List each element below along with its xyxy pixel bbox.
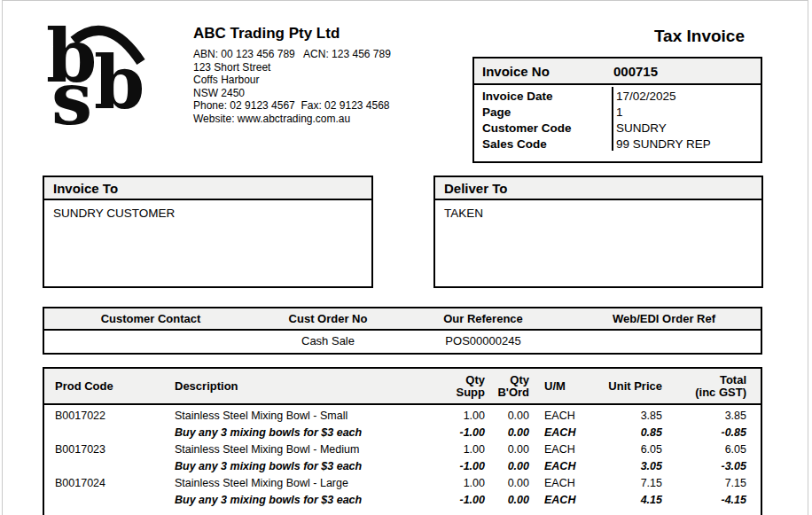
page-value: 1: [616, 105, 623, 121]
company-name: ABC Trading Pty Ltd: [193, 25, 391, 43]
total-header: Total (inc GST): [662, 369, 746, 403]
invoice-page: b b s ABC Trading Pty Ltd ABN: 00 123 45…: [0, 0, 812, 515]
deliver-to-value: TAKEN: [435, 200, 761, 226]
order-info-header-row: Customer Contact Cust Order No Our Refer…: [44, 308, 761, 331]
deliver-to-header: Deliver To: [435, 177, 761, 200]
company-city: Coffs Harbour: [193, 74, 391, 87]
item-qty-bord: 0.00: [485, 477, 529, 489]
item-um: EACH: [529, 460, 594, 472]
company-street: 123 Short Street: [193, 61, 391, 74]
company-logo: b b s: [44, 20, 177, 144]
item-unit-price: 6.05: [594, 443, 662, 456]
item-total: 7.15: [662, 477, 746, 489]
item-um: EACH: [529, 494, 594, 506]
meta-row-page: Page 1: [474, 105, 761, 121]
item-qty-bord: 0.00: [485, 426, 529, 439]
item-um: EACH: [529, 410, 594, 422]
customer-code-value: SUNDRY: [616, 121, 667, 137]
invoice-no-label: Invoice No: [474, 64, 550, 79]
customer-code-label: Customer Code: [474, 121, 572, 135]
item-code: B0017022: [44, 410, 175, 422]
um-header: U/M: [529, 369, 594, 403]
invoice-date-value: 17/02/2025: [616, 89, 676, 105]
item-qty-bord: 0.00: [485, 443, 529, 456]
cust-order-no-header: Cust Order No: [257, 312, 399, 325]
item-row-3: B0017023 Stainless Steel Mixing Bowl - M…: [44, 441, 761, 457]
item-qty-bord: 0.00: [485, 410, 529, 422]
item-row-4-promo: Buy any 3 mixing bowls for $3 each -1.00…: [44, 457, 761, 474]
sales-code-value: 99 SUNDRY REP: [616, 137, 711, 152]
invoice-meta-body: Invoice Date 17/02/2025 Page 1 Customer …: [474, 85, 761, 160]
item-unit-price: 0.85: [594, 426, 662, 439]
item-row-5: B0017024 Stainless Steel Mixing Bowl - L…: [44, 474, 761, 491]
company-info: ABC Trading Pty Ltd ABN: 00 123 456 789 …: [193, 25, 391, 125]
item-qty-supp: -1.00: [449, 426, 485, 439]
item-desc: Stainless Steel Mixing Bowl - Medium: [175, 443, 449, 456]
sales-code-label: Sales Code: [474, 137, 547, 151]
item-qty-supp: -1.00: [449, 494, 485, 506]
item-total: -0.85: [662, 426, 746, 439]
deliver-to-box: Deliver To TAKEN: [433, 176, 763, 288]
line-items-table: Prod Code Description Qty Supp Qty B'Ord…: [43, 367, 762, 515]
invoice-to-box: Invoice To SUNDRY CUSTOMER: [43, 176, 373, 288]
item-unit-price: 3.85: [594, 410, 662, 422]
line-items-header-row: Prod Code Description Qty Supp Qty B'Ord…: [44, 369, 761, 405]
customer-contact-header: Customer Contact: [44, 312, 257, 325]
qty-supp-header: Qty Supp: [449, 369, 485, 403]
item-unit-price: 3.05: [594, 460, 662, 472]
unit-price-header: Unit Price: [594, 369, 662, 403]
item-desc: Buy any 3 mixing bowls for $3 each: [175, 460, 449, 472]
item-total: 6.05: [662, 443, 746, 456]
logo-letter-s: s: [51, 56, 92, 141]
order-info-table: Customer Contact Cust Order No Our Refer…: [43, 307, 762, 355]
item-code: B0017023: [44, 443, 175, 456]
prod-code-header: Prod Code: [44, 369, 175, 403]
invoice-meta-box: Invoice No 000715 Invoice Date 17/02/202…: [472, 57, 762, 163]
invoice-no-value: 000715: [613, 64, 658, 79]
item-qty-bord: 0.00: [485, 460, 529, 472]
item-desc: Stainless Steel Mixing Bowl - Small: [175, 410, 449, 422]
item-qty-bord: 0.00: [485, 494, 529, 506]
item-total: -3.05: [662, 460, 746, 472]
company-state-zip: NSW 2450: [193, 87, 391, 100]
item-um: EACH: [529, 443, 594, 456]
invoice-no-header: Invoice No 000715: [474, 59, 761, 85]
invoice-to-value: SUNDRY CUSTOMER: [44, 200, 371, 226]
item-desc: Buy any 3 mixing bowls for $3 each: [175, 494, 449, 506]
item-total: -4.15: [662, 494, 746, 506]
cust-order-no-value: Cash Sale: [257, 334, 399, 347]
item-code: B0017024: [44, 477, 175, 489]
web-edi-order-ref-header: Web/EDI Order Ref: [567, 312, 761, 325]
item-qty-supp: 1.00: [449, 477, 485, 489]
item-qty-supp: 1.00: [449, 443, 485, 456]
invoice-date-label: Invoice Date: [474, 90, 553, 103]
document-title: Tax Invoice: [621, 27, 745, 46]
order-info-value-row: Cash Sale POS00000245: [44, 331, 761, 351]
qty-bord-header: Qty B'Ord: [485, 369, 529, 403]
item-qty-supp: 1.00: [449, 410, 485, 422]
item-unit-price: 4.15: [594, 494, 662, 506]
meta-row-invoice-date: Invoice Date 17/02/2025: [474, 89, 761, 105]
item-um: EACH: [529, 426, 594, 439]
item-qty-supp: -1.00: [449, 460, 485, 472]
item-total: 3.85: [662, 410, 746, 422]
item-um: EACH: [529, 477, 594, 489]
company-phone-fax: Phone: 02 9123 4567 Fax: 02 9123 4568: [193, 99, 391, 113]
item-desc: Buy any 3 mixing bowls for $3 each: [175, 426, 449, 439]
item-row-6-promo: Buy any 3 mixing bowls for $3 each -1.00…: [44, 491, 761, 508]
page-label: Page: [474, 105, 511, 119]
our-reference-value: POS00000245: [399, 334, 567, 347]
meta-row-sales-code: Sales Code 99 SUNDRY REP: [474, 137, 761, 152]
description-header: Description: [175, 369, 449, 403]
line-items-body: B0017022 Stainless Steel Mixing Bowl - S…: [44, 405, 761, 508]
logo-letter-b2: b: [94, 40, 144, 125]
invoice-to-header: Invoice To: [44, 177, 371, 200]
item-unit-price: 7.15: [594, 477, 662, 489]
company-website: Website: www.abctrading.com.au: [193, 113, 391, 126]
item-row-2-promo: Buy any 3 mixing bowls for $3 each -1.00…: [44, 424, 761, 441]
our-reference-header: Our Reference: [399, 312, 567, 325]
company-abn-acn: ABN: 00 123 456 789 ACN: 123 456 789: [193, 48, 391, 61]
item-desc: Stainless Steel Mixing Bowl - Large: [175, 477, 449, 489]
item-row-1: B0017022 Stainless Steel Mixing Bowl - S…: [44, 407, 761, 424]
meta-row-customer-code: Customer Code SUNDRY: [474, 121, 761, 137]
